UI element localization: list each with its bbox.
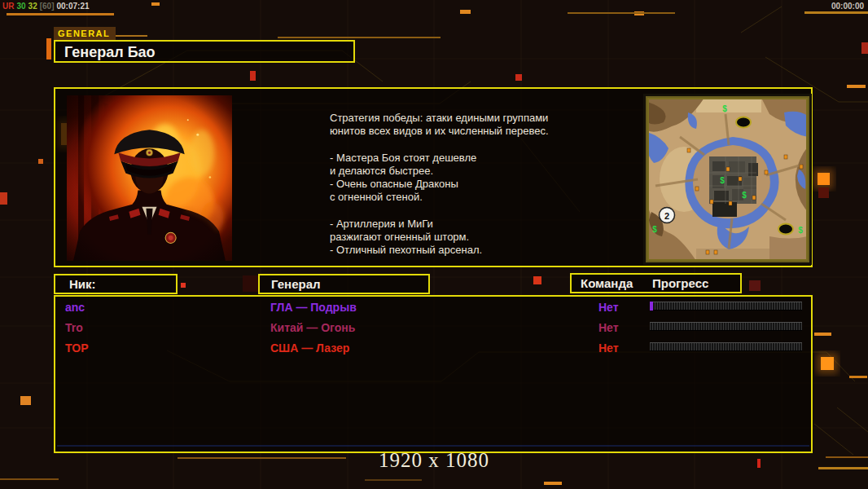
page-title: Генерал Бао: [64, 44, 156, 61]
player-list-panel: anc ГЛА — Подрыв Нет Tro Китай — Огонь Н…: [54, 295, 813, 453]
start-marker-number: 2: [664, 211, 669, 221]
svg-text:$: $: [742, 191, 747, 200]
divider-line: [57, 445, 809, 447]
svg-text:$: $: [798, 226, 803, 235]
player-nick: Tro: [65, 321, 83, 334]
svg-text:$: $: [722, 104, 727, 113]
resolution-label: 1920 x 1080: [0, 449, 868, 472]
general-title-box: Генерал Бао: [54, 40, 355, 63]
player-team: Нет: [598, 301, 619, 314]
player-general: США — Лазер: [270, 341, 349, 355]
header-general: Генерал: [258, 274, 430, 294]
header-progress-label: Прогресс: [652, 275, 708, 292]
debug-label: UR: [2, 2, 14, 11]
loading-screen: UR3032[60]00:07:21 00:00:00 GENERAL Гене…: [0, 0, 868, 489]
map-preview: 2 $ $ $ $ $: [646, 96, 809, 262]
header-nick: Ник:: [54, 274, 178, 294]
debug-fps-counter: UR3032[60]00:07:21: [2, 2, 92, 11]
player-row: Tro Китай — Огонь Нет: [55, 319, 811, 339]
player-nick: TOP: [65, 341, 89, 355]
debug-bracket: [60]: [40, 2, 55, 11]
svg-text:$: $: [652, 225, 657, 234]
debug-value: 32: [28, 2, 37, 11]
player-general: ГЛА — Подрыв: [270, 301, 357, 314]
progress-fill: [650, 302, 653, 311]
game-clock: 00:00:00: [831, 2, 864, 11]
debug-fps: 30: [16, 2, 25, 11]
player-row: anc ГЛА — Подрыв Нет: [55, 298, 811, 319]
header-team-label: Команда: [581, 275, 633, 292]
general-info-panel: Стратегия победы: атаки едиными группами…: [54, 87, 813, 267]
player-row: TOP США — Лазер Нет: [55, 339, 811, 359]
progress-bar: [650, 302, 802, 311]
progress-bar: [650, 342, 802, 351]
player-general: Китай — Огонь: [270, 321, 355, 334]
debug-session-time: 00:07:21: [57, 2, 90, 11]
player-team: Нет: [598, 341, 619, 355]
player-team: Нет: [598, 321, 619, 334]
svg-text:$: $: [720, 176, 725, 185]
player-nick: anc: [65, 301, 85, 314]
general-portrait: [67, 95, 232, 261]
header-team-progress: Команда Прогресс: [570, 273, 742, 293]
strategy-description: Стратегия победы: атаки едиными группами…: [330, 112, 598, 257]
progress-bar: [650, 322, 802, 331]
header-general-label: Генерал: [271, 275, 321, 293]
header-nick-label: Ник:: [69, 275, 96, 293]
